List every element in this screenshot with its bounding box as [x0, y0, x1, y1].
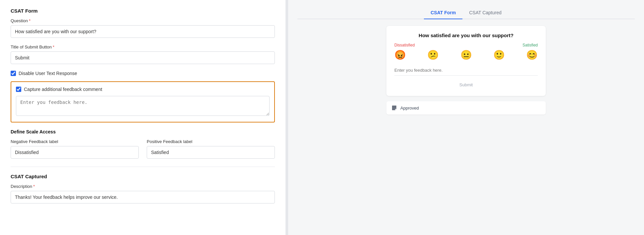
emoji-very-dissatisfied[interactable]: 😡 [394, 49, 406, 60]
submit-required-star: * [53, 44, 54, 49]
emoji-neutral[interactable]: 😐 [460, 49, 472, 60]
question-label: Question * [11, 18, 275, 23]
capture-feedback-checkbox[interactable] [16, 87, 21, 92]
emoji-satisfied[interactable]: 🙂 [493, 49, 505, 60]
submit-button-input[interactable] [11, 51, 275, 64]
submit-button-title-label: Title of Submit Button * [11, 44, 275, 49]
section-divider [11, 167, 275, 167]
approved-icon [391, 105, 398, 111]
tabs-row: CSAT Form CSAT Captured [297, 7, 635, 19]
question-input[interactable] [11, 25, 275, 38]
emoji-dissatisfied[interactable]: 😕 [427, 49, 439, 60]
capture-feedback-box: Capture additional feedback comment [11, 81, 275, 122]
description-required-star: * [33, 184, 35, 189]
disable-user-text-row: Disable User Text Response [11, 71, 275, 76]
disable-user-text-label: Disable User Text Response [19, 71, 77, 76]
negative-feedback-field: Negative Feedback label [11, 139, 139, 159]
panel-divider [285, 0, 288, 235]
approved-badge: Approved [386, 101, 546, 115]
right-panel: CSAT Form CSAT Captured How satisfied ar… [288, 0, 644, 235]
csat-captured-title: CSAT Captured [11, 174, 275, 179]
feedback-textarea[interactable] [16, 96, 270, 116]
tab-csat-captured[interactable]: CSAT Captured [462, 7, 508, 19]
positive-scale-label: Satisfied [523, 43, 538, 47]
preview-question: How satisfied are you with our support? [394, 33, 538, 38]
positive-feedback-input[interactable] [147, 146, 275, 159]
positive-feedback-field: Positive Feedback label [147, 139, 275, 159]
negative-feedback-input[interactable] [11, 146, 139, 159]
approved-text: Approved [400, 106, 419, 111]
preview-card: How satisfied are you with our support? … [386, 26, 546, 96]
csat-form-title: CSAT Form [11, 8, 275, 14]
description-input[interactable] [11, 191, 275, 203]
define-scale-title: Define Scale Access [11, 129, 275, 134]
preview-feedback-input[interactable] [394, 65, 538, 76]
scale-row: Negative Feedback label Positive Feedbac… [11, 139, 275, 159]
scale-labels-row: Dissatisfied Satisfied [394, 43, 538, 47]
capture-feedback-label: Capture additional feedback comment [24, 87, 102, 92]
emoji-row: 😡 😕 😐 🙂 😊 [394, 49, 538, 60]
disable-user-text-checkbox[interactable] [11, 71, 16, 76]
preview-submit-button[interactable]: Submit [394, 80, 538, 89]
left-panel: CSAT Form Question * Title of Submit But… [0, 0, 285, 235]
tab-csat-form[interactable]: CSAT Form [424, 7, 462, 19]
negative-label: Negative Feedback label [11, 139, 139, 144]
emoji-very-satisfied[interactable]: 😊 [526, 49, 538, 60]
negative-scale-label: Dissatisfied [394, 43, 415, 47]
capture-feedback-row: Capture additional feedback comment [16, 87, 270, 92]
positive-label: Positive Feedback label [147, 139, 275, 144]
description-label: Description * [11, 184, 275, 189]
question-required-star: * [29, 18, 31, 23]
